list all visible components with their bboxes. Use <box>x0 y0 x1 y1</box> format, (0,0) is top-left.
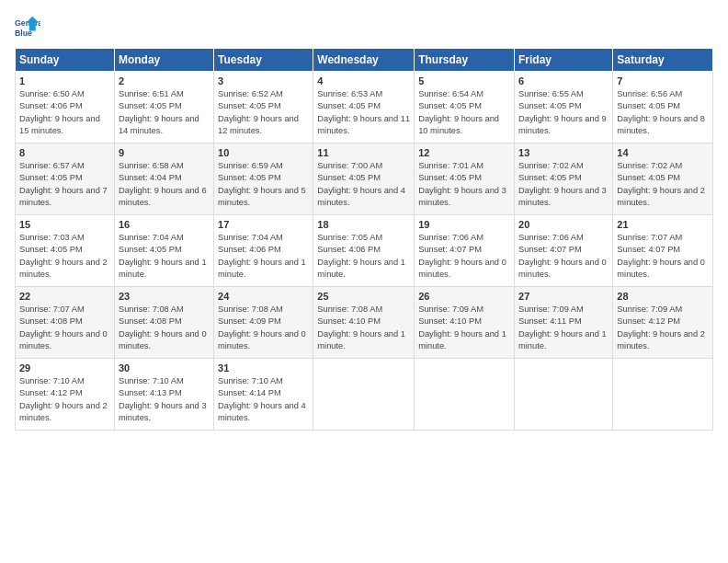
day-number: 21 <box>617 219 709 230</box>
day-info: Sunrise: 7:10 AMSunset: 4:12 PMDaylight:… <box>19 375 110 425</box>
calendar-cell: 10 Sunrise: 6:59 AMSunset: 4:05 PMDaylig… <box>214 144 313 215</box>
calendar-cell: 23 Sunrise: 7:08 AMSunset: 4:08 PMDaylig… <box>114 287 213 359</box>
calendar-cell: 9 Sunrise: 6:58 AMSunset: 4:04 PMDayligh… <box>114 144 213 215</box>
calendar-cell: 15 Sunrise: 7:03 AMSunset: 4:05 PMDaylig… <box>16 215 115 287</box>
day-info: Sunrise: 7:08 AMSunset: 4:10 PMDaylight:… <box>317 304 410 353</box>
day-info: Sunrise: 7:01 AMSunset: 4:05 PMDaylight:… <box>418 160 510 210</box>
day-number: 15 <box>19 219 110 230</box>
day-info: Sunrise: 6:50 AMSunset: 4:06 PMDaylight:… <box>19 88 110 138</box>
day-info: Sunrise: 7:02 AMSunset: 4:05 PMDaylight:… <box>518 160 609 210</box>
calendar-cell: 1 Sunrise: 6:50 AMSunset: 4:06 PMDayligh… <box>16 72 115 144</box>
day-info: Sunrise: 7:06 AMSunset: 4:07 PMDaylight:… <box>418 232 510 282</box>
day-info: Sunrise: 7:10 AMSunset: 4:13 PMDaylight:… <box>119 375 210 425</box>
svg-text:General: General <box>15 18 40 28</box>
calendar-table: Sunday Monday Tuesday Wednesday Thursday… <box>15 48 713 431</box>
calendar-cell: 26 Sunrise: 7:09 AMSunset: 4:10 PMDaylig… <box>415 287 515 359</box>
col-sunday: Sunday <box>16 49 115 72</box>
calendar-cell: 22 Sunrise: 7:07 AMSunset: 4:08 PMDaylig… <box>16 287 115 359</box>
col-saturday: Saturday <box>613 49 713 72</box>
calendar-cell: 14 Sunrise: 7:02 AMSunset: 4:05 PMDaylig… <box>613 144 713 215</box>
day-info: Sunrise: 6:51 AMSunset: 4:05 PMDaylight:… <box>119 88 210 138</box>
day-number: 29 <box>19 362 110 373</box>
day-info: Sunrise: 7:07 AMSunset: 4:08 PMDaylight:… <box>19 304 110 353</box>
calendar-cell: 18 Sunrise: 7:05 AMSunset: 4:06 PMDaylig… <box>313 215 415 287</box>
calendar-cell: 17 Sunrise: 7:04 AMSunset: 4:06 PMDaylig… <box>214 215 313 287</box>
day-number: 7 <box>617 75 709 86</box>
day-number: 31 <box>218 362 309 373</box>
day-info: Sunrise: 7:10 AMSunset: 4:14 PMDaylight:… <box>218 375 309 425</box>
day-number: 28 <box>617 291 709 302</box>
logo: General Blue <box>15 15 44 40</box>
calendar-cell: 3 Sunrise: 6:52 AMSunset: 4:05 PMDayligh… <box>214 72 313 144</box>
col-thursday: Thursday <box>415 49 515 72</box>
day-info: Sunrise: 7:09 AMSunset: 4:10 PMDaylight:… <box>418 304 510 353</box>
day-number: 22 <box>19 291 110 302</box>
day-number: 18 <box>317 219 410 230</box>
calendar-cell: 30 Sunrise: 7:10 AMSunset: 4:13 PMDaylig… <box>114 359 213 431</box>
calendar-cell: 28 Sunrise: 7:09 AMSunset: 4:12 PMDaylig… <box>613 287 713 359</box>
day-info: Sunrise: 7:04 AMSunset: 4:06 PMDaylight:… <box>218 232 309 282</box>
day-number: 20 <box>518 219 609 230</box>
calendar-cell: 31 Sunrise: 7:10 AMSunset: 4:14 PMDaylig… <box>214 359 313 431</box>
day-number: 30 <box>119 362 210 373</box>
day-info: Sunrise: 6:54 AMSunset: 4:05 PMDaylight:… <box>418 88 510 138</box>
calendar-cell: 19 Sunrise: 7:06 AMSunset: 4:07 PMDaylig… <box>415 215 515 287</box>
day-number: 16 <box>119 219 210 230</box>
calendar-cell <box>613 359 713 431</box>
header: General Blue <box>15 15 713 40</box>
calendar-cell: 16 Sunrise: 7:04 AMSunset: 4:05 PMDaylig… <box>114 215 213 287</box>
day-number: 6 <box>518 75 609 86</box>
day-number: 23 <box>119 291 210 302</box>
day-info: Sunrise: 7:09 AMSunset: 4:11 PMDaylight:… <box>518 304 609 353</box>
calendar-cell: 24 Sunrise: 7:08 AMSunset: 4:09 PMDaylig… <box>214 287 313 359</box>
day-number: 12 <box>418 147 510 158</box>
day-number: 17 <box>218 219 309 230</box>
day-number: 5 <box>418 75 510 86</box>
calendar-cell <box>415 359 515 431</box>
day-info: Sunrise: 7:09 AMSunset: 4:12 PMDaylight:… <box>617 304 709 353</box>
calendar-cell: 8 Sunrise: 6:57 AMSunset: 4:05 PMDayligh… <box>16 144 115 215</box>
day-number: 26 <box>418 291 510 302</box>
day-info: Sunrise: 7:03 AMSunset: 4:05 PMDaylight:… <box>19 232 110 282</box>
day-info: Sunrise: 6:53 AMSunset: 4:05 PMDaylight:… <box>317 88 410 138</box>
day-number: 1 <box>19 75 110 86</box>
day-number: 10 <box>218 147 309 158</box>
calendar-header: Sunday Monday Tuesday Wednesday Thursday… <box>16 49 713 72</box>
day-info: Sunrise: 7:02 AMSunset: 4:05 PMDaylight:… <box>617 160 709 210</box>
calendar-week-2: 8 Sunrise: 6:57 AMSunset: 4:05 PMDayligh… <box>16 144 713 215</box>
calendar-body: 1 Sunrise: 6:50 AMSunset: 4:06 PMDayligh… <box>16 72 713 431</box>
calendar-cell: 21 Sunrise: 7:07 AMSunset: 4:07 PMDaylig… <box>613 215 713 287</box>
day-number: 27 <box>518 291 609 302</box>
day-number: 14 <box>617 147 709 158</box>
calendar-cell: 6 Sunrise: 6:55 AMSunset: 4:05 PMDayligh… <box>515 72 613 144</box>
day-info: Sunrise: 6:56 AMSunset: 4:05 PMDaylight:… <box>617 88 709 138</box>
calendar-cell: 20 Sunrise: 7:06 AMSunset: 4:07 PMDaylig… <box>515 215 613 287</box>
day-number: 11 <box>317 147 410 158</box>
header-row: Sunday Monday Tuesday Wednesday Thursday… <box>16 49 713 72</box>
day-number: 24 <box>218 291 309 302</box>
calendar-cell: 11 Sunrise: 7:00 AMSunset: 4:05 PMDaylig… <box>313 144 415 215</box>
page: General Blue Sunday Monday Tuesday Wedne… <box>0 0 728 563</box>
day-info: Sunrise: 7:08 AMSunset: 4:09 PMDaylight:… <box>218 304 309 353</box>
day-number: 19 <box>418 219 510 230</box>
col-tuesday: Tuesday <box>214 49 313 72</box>
day-info: Sunrise: 7:06 AMSunset: 4:07 PMDaylight:… <box>518 232 609 282</box>
day-info: Sunrise: 7:04 AMSunset: 4:05 PMDaylight:… <box>119 232 210 282</box>
day-info: Sunrise: 7:05 AMSunset: 4:06 PMDaylight:… <box>317 232 410 282</box>
day-info: Sunrise: 6:59 AMSunset: 4:05 PMDaylight:… <box>218 160 309 210</box>
calendar-cell <box>313 359 415 431</box>
col-monday: Monday <box>114 49 213 72</box>
calendar-cell: 13 Sunrise: 7:02 AMSunset: 4:05 PMDaylig… <box>515 144 613 215</box>
calendar-cell: 5 Sunrise: 6:54 AMSunset: 4:05 PMDayligh… <box>415 72 515 144</box>
day-info: Sunrise: 7:08 AMSunset: 4:08 PMDaylight:… <box>119 304 210 353</box>
day-number: 2 <box>119 75 210 86</box>
col-wednesday: Wednesday <box>313 49 415 72</box>
calendar-week-3: 15 Sunrise: 7:03 AMSunset: 4:05 PMDaylig… <box>16 215 713 287</box>
day-number: 25 <box>317 291 410 302</box>
calendar-cell: 7 Sunrise: 6:56 AMSunset: 4:05 PMDayligh… <box>613 72 713 144</box>
day-number: 4 <box>317 75 410 86</box>
day-info: Sunrise: 7:07 AMSunset: 4:07 PMDaylight:… <box>617 232 709 282</box>
day-number: 8 <box>19 147 110 158</box>
day-info: Sunrise: 6:58 AMSunset: 4:04 PMDaylight:… <box>119 160 210 210</box>
day-info: Sunrise: 6:57 AMSunset: 4:05 PMDaylight:… <box>19 160 110 210</box>
